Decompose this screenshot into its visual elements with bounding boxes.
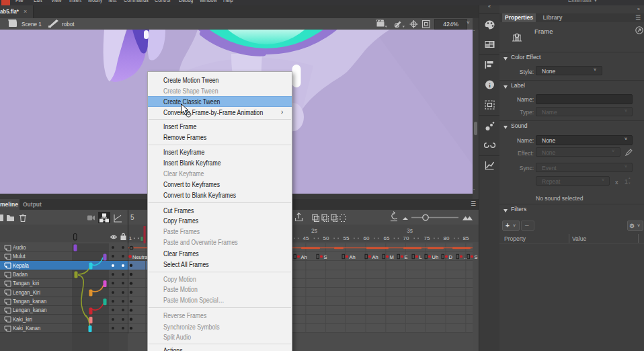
svg-text:S: S bbox=[475, 254, 478, 260]
svg-text:Ah: Ah bbox=[372, 254, 378, 260]
svg-text:Ah: Ah bbox=[301, 254, 307, 260]
svg-text:Neutral: Neutral bbox=[132, 254, 149, 260]
svg-text:L: L bbox=[419, 254, 422, 260]
svg-text:Uh: Uh bbox=[432, 254, 439, 260]
svg-text:D: D bbox=[449, 254, 453, 260]
svg-text:S: S bbox=[324, 254, 327, 260]
svg-text:Ah: Ah bbox=[350, 254, 356, 260]
svg-text:M: M bbox=[390, 254, 394, 260]
svg-text:E: E bbox=[405, 254, 408, 260]
